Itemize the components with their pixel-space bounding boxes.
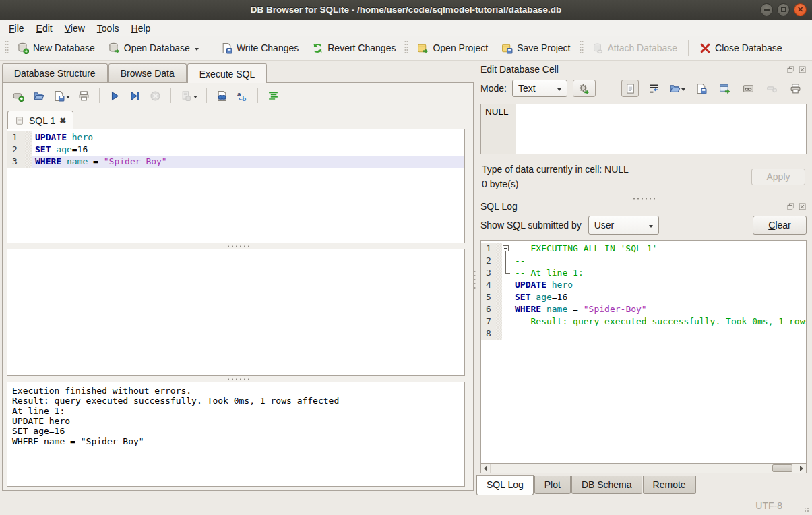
code-line: 4UPDATE hero (481, 279, 806, 291)
bottom-tab-db-schema[interactable]: DB Schema (571, 476, 642, 494)
sql-editor[interactable]: 1UPDATE hero2SET age=163WHERE name = "Sp… (7, 129, 465, 243)
cell-editor[interactable]: NULL (480, 104, 807, 154)
float-panel-icon[interactable] (786, 65, 795, 74)
scrollbar-thumb[interactable] (772, 464, 792, 472)
open-project-button[interactable]: Open Project (410, 39, 495, 57)
tab-browse-data[interactable]: Browse Data (108, 63, 187, 82)
line-number: 2 (7, 144, 25, 156)
fold-marker (502, 315, 511, 328)
resize-grip[interactable] (801, 504, 810, 513)
maximize-icon (781, 7, 786, 12)
export-data-button[interactable] (692, 80, 710, 97)
clear-button[interactable]: Clear (753, 216, 807, 235)
submitted-by-select[interactable]: User (588, 216, 659, 235)
maximize-button[interactable] (777, 3, 790, 16)
toolbar-separator (257, 88, 258, 103)
line-number: 4 (481, 279, 496, 291)
menu-item-edit[interactable]: Edit (30, 22, 59, 35)
splitter-handle[interactable] (3, 243, 473, 249)
sql-tab[interactable]: SQL 1 ✖ (7, 111, 73, 129)
cell-editor-area[interactable] (516, 104, 806, 154)
tab-database-structure[interactable]: Database Structure (2, 63, 108, 82)
menu-item-tools[interactable]: Tools (91, 22, 125, 35)
sql-editor-toolbar: ab (3, 83, 473, 109)
float-panel-icon[interactable] (786, 202, 795, 211)
mode-select[interactable]: Text (512, 80, 567, 97)
menu-bar: FileEditViewToolsHelp (0, 20, 812, 36)
bottom-tab-bar: SQL LogPlotDB SchemaRemote (475, 476, 812, 497)
word-wrap-icon (648, 83, 660, 94)
bottom-tab-plot[interactable]: Plot (534, 476, 571, 494)
play-to-end-icon (129, 90, 142, 102)
bottom-tab-remote[interactable]: Remote (643, 476, 696, 494)
print-sql-button[interactable] (77, 90, 90, 102)
bottom-tab-sql-log[interactable]: SQL Log (476, 475, 534, 495)
scroll-right-arrow[interactable] (797, 464, 806, 473)
encoding-label: UTF-8 (755, 500, 782, 511)
execute-all-button[interactable] (108, 90, 121, 102)
code-line: 8 (481, 328, 806, 340)
copy-link-button[interactable] (739, 80, 757, 97)
word-wrap-button[interactable] (645, 80, 662, 97)
import-data-button[interactable] (668, 80, 686, 97)
write-changes-icon (221, 42, 232, 54)
chevron-down-icon[interactable] (195, 48, 199, 53)
menu-item-file[interactable]: File (3, 22, 30, 35)
horizontal-scrollbar[interactable] (480, 463, 807, 473)
sql-tab-label: SQL 1 (29, 115, 55, 126)
open-database-button[interactable]: Open Database (102, 39, 206, 57)
find-replace-button[interactable]: ab (236, 90, 249, 102)
message-line: UPDATE hero (12, 416, 460, 426)
toolbar-separator (206, 88, 207, 103)
save-file-icon (53, 90, 65, 102)
new-database-button[interactable]: New Database (11, 39, 102, 57)
execute-current-line-button[interactable] (129, 90, 142, 102)
menu-item-help[interactable]: Help (125, 22, 157, 35)
write-changes-button[interactable]: Write Changes (214, 39, 305, 57)
results-pane[interactable] (7, 249, 465, 376)
autoswitch-mode-button[interactable] (573, 80, 596, 97)
print-icon (77, 90, 90, 102)
revert-changes-button[interactable]: Revert Changes (305, 39, 402, 57)
apply-button: Apply (751, 169, 805, 185)
new-sql-tab-button[interactable] (12, 90, 25, 102)
splitter-handle[interactable] (3, 376, 473, 382)
open-sql-file-button[interactable] (32, 90, 45, 102)
fold-marker (502, 303, 511, 315)
stop-icon (149, 90, 162, 102)
open-external-button[interactable] (716, 80, 733, 97)
save-project-icon (501, 42, 513, 54)
chevron-down-icon (649, 225, 653, 230)
mode-label: Mode: (480, 83, 507, 94)
format-sql-button[interactable] (267, 90, 280, 102)
save-sql-file-button[interactable] (53, 90, 70, 102)
sql-log-view[interactable]: 1-- EXECUTING ALL IN 'SQL 1'2--3-- At li… (480, 240, 807, 463)
chevron-down-icon[interactable] (66, 96, 70, 100)
close-panel-icon[interactable] (798, 202, 807, 211)
chevron-down-icon[interactable] (193, 96, 197, 100)
fold-margin (496, 315, 502, 328)
text-mode-button[interactable] (621, 80, 639, 97)
tab-execute-sql[interactable]: Execute SQL (187, 63, 268, 83)
new-database-label: New Database (33, 42, 95, 53)
close-button[interactable]: ✕ (794, 3, 807, 16)
save-project-button[interactable]: Save Project (495, 39, 577, 57)
close-database-button[interactable]: Close Database (693, 39, 789, 57)
close-panel-icon[interactable] (798, 65, 807, 74)
document-icon (625, 83, 636, 94)
menu-item-view[interactable]: View (59, 22, 91, 35)
chevron-down-icon[interactable] (681, 88, 685, 93)
splitter-handle[interactable] (475, 195, 812, 201)
sql-tab-bar: SQL 1 ✖ (3, 109, 473, 129)
minimize-button[interactable] (760, 3, 773, 16)
find-button[interactable] (216, 90, 228, 102)
save-file-small-icon (695, 83, 707, 94)
scroll-left-arrow[interactable] (481, 464, 491, 473)
attach-database-button: Attach Database (586, 39, 685, 57)
print-cell-button[interactable] (786, 80, 804, 97)
line-number: 8 (481, 328, 496, 340)
tab-close-icon[interactable]: ✖ (59, 116, 66, 125)
splitter-dots (226, 245, 249, 247)
open-external-icon (719, 83, 730, 94)
fold-marker[interactable] (502, 243, 511, 255)
